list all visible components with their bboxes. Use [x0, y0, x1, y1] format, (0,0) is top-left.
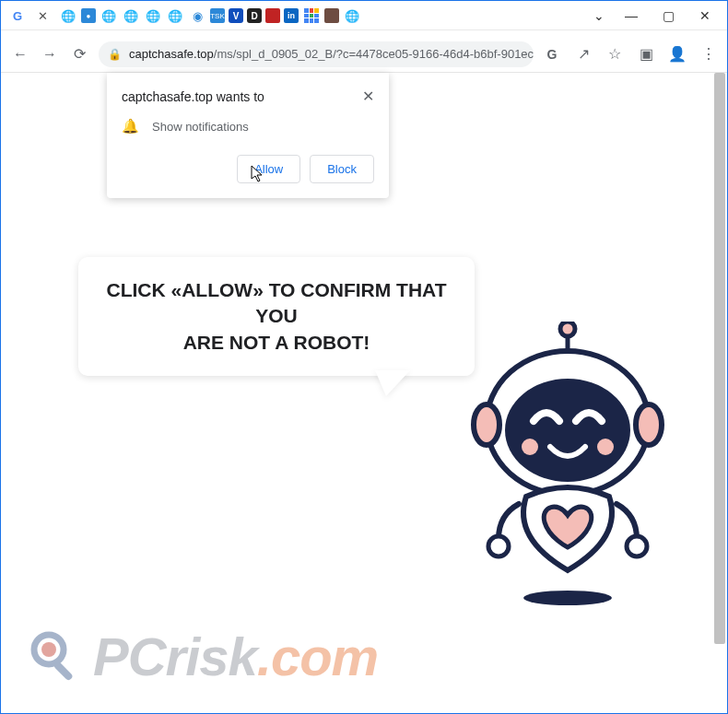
speech-bubble: CLICK «ALLOW» TO CONFIRM THAT YOU ARE NO… — [78, 257, 475, 376]
svg-point-8 — [488, 536, 509, 556]
browser-toolbar: ← → ⟳ 🔒 captchasafe.top/ms/spl_d_0905_02… — [1, 36, 727, 73]
tab-favicon-google[interactable]: G — [8, 6, 27, 25]
address-bar[interactable]: 🔒 captchasafe.top/ms/spl_d_0905_02_B/?c=… — [99, 41, 534, 67]
perm-close-icon[interactable]: ✕ — [362, 88, 374, 105]
forward-button[interactable]: → — [40, 44, 60, 64]
robot-illustration — [462, 322, 674, 616]
svg-rect-13 — [53, 661, 74, 682]
back-button[interactable]: ← — [10, 44, 30, 64]
lock-icon: 🔒 — [108, 48, 122, 61]
tab-favicon[interactable]: 🌐 — [166, 6, 184, 25]
page-content: captchasafe.top wants to ✕ 🔔 Show notifi… — [1, 73, 727, 713]
tab-favicon[interactable]: 🌐 — [343, 6, 361, 25]
scrollbar-thumb[interactable] — [714, 73, 725, 644]
watermark: PCrisk.com — [29, 626, 378, 687]
tab-favicon[interactable]: V — [229, 8, 243, 23]
watermark-text: PCrisk — [93, 626, 257, 686]
bubble-text: CLICK «ALLOW» TO CONFIRM THAT YOU ARE NO… — [95, 277, 458, 356]
svg-point-4 — [636, 404, 662, 445]
tab-favicon[interactable]: in — [284, 8, 299, 23]
svg-point-12 — [41, 642, 56, 657]
svg-point-10 — [523, 591, 612, 605]
watermark-tld: .com — [257, 626, 378, 686]
reload-button[interactable]: ⟳ — [69, 44, 89, 64]
svg-point-9 — [627, 536, 647, 556]
svg-point-5 — [505, 379, 630, 482]
cursor-icon — [251, 165, 265, 187]
window-close-button[interactable]: ✕ — [687, 3, 723, 29]
tabstrip: G ✕ 🌐 ● 🌐 🌐 🌐 🌐 ◉ TSK V D in 🌐 — [8, 6, 361, 25]
tab-favicon[interactable] — [302, 6, 321, 25]
url-path: /ms/spl_d_0905_02_B/?c=4478ce05-9166-46d… — [214, 47, 534, 61]
perm-site-label: captchasafe.top wants to — [122, 89, 264, 104]
tab-favicon[interactable]: D — [247, 8, 262, 23]
tab-favicon[interactable]: 🌐 — [100, 6, 118, 25]
tab-favicon[interactable] — [324, 8, 339, 23]
tab-close-icon[interactable]: ✕ — [34, 9, 52, 23]
tab-favicon[interactable]: 🌐 — [122, 6, 140, 25]
notification-permission-dialog: captchasafe.top wants to ✕ 🔔 Show notifi… — [107, 73, 389, 198]
block-button[interactable]: Block — [310, 155, 374, 183]
share-icon[interactable]: ↗ — [574, 45, 593, 63]
allow-button[interactable]: Allow — [237, 155, 300, 183]
perm-notification-label: Show notifications — [152, 120, 249, 134]
bubble-tail — [375, 370, 410, 396]
google-icon[interactable]: G — [543, 47, 561, 62]
scrollbar[interactable] — [714, 73, 725, 713]
extension-icon[interactable]: ▣ — [637, 45, 655, 63]
tab-favicon[interactable]: ◉ — [188, 6, 206, 25]
account-icon[interactable]: 👤 — [668, 45, 687, 63]
tab-favicon[interactable]: 🌐 — [144, 6, 162, 25]
window-minimize-button[interactable]: — — [613, 3, 650, 29]
svg-point-7 — [597, 439, 614, 455]
menu-icon[interactable]: ⋮ — [699, 45, 718, 63]
tab-favicon[interactable]: 🌐 — [59, 6, 77, 25]
tab-active[interactable]: ✕ — [30, 7, 55, 25]
window-maximize-button[interactable]: ▢ — [650, 3, 687, 29]
bell-icon: 🔔 — [122, 118, 139, 135]
svg-point-6 — [522, 439, 538, 455]
window-dropdown-button[interactable]: ⌄ — [585, 3, 613, 29]
url-host: captchasafe.top — [129, 47, 214, 61]
tab-favicon[interactable] — [265, 8, 280, 23]
svg-point-3 — [474, 404, 499, 445]
svg-point-1 — [560, 322, 575, 336]
star-icon[interactable]: ☆ — [605, 45, 624, 63]
tab-favicon[interactable]: TSK — [210, 8, 225, 23]
tab-favicon[interactable]: ● — [81, 8, 96, 23]
